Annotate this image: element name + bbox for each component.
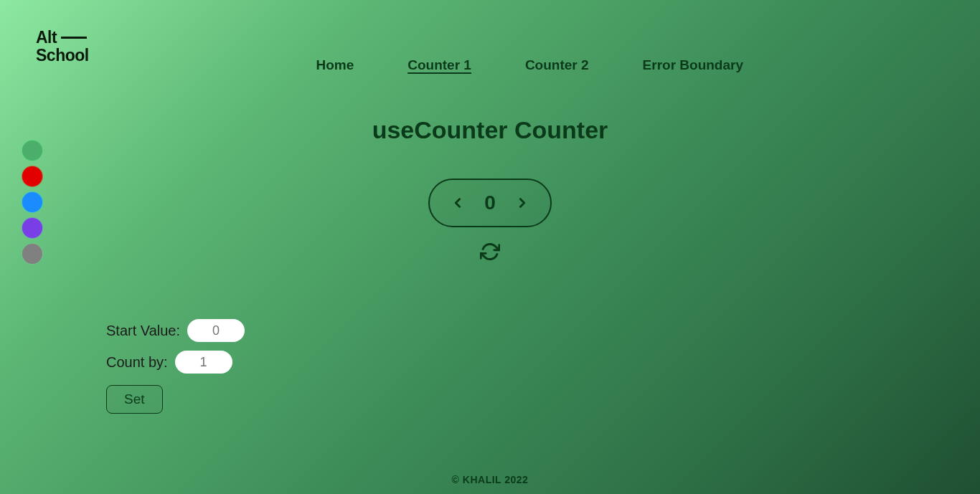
start-value-label: Start Value: [106, 323, 180, 339]
count-by-input[interactable] [175, 351, 232, 374]
logo-text-1: Alt [36, 29, 57, 47]
start-value-row: Start Value: [106, 319, 245, 342]
swatch-purple[interactable] [22, 217, 43, 239]
logo: Alt School [36, 29, 89, 65]
page-title: useCounter Counter [0, 116, 980, 144]
swatch-red[interactable] [22, 166, 43, 187]
header: Alt School Home Counter 1 Counter 2 Erro… [0, 0, 980, 73]
increment-button[interactable] [514, 193, 530, 213]
chevron-right-icon [514, 193, 530, 213]
set-button[interactable]: Set [106, 385, 163, 414]
counter-capsule: 0 [428, 179, 552, 227]
swatch-gray[interactable] [22, 243, 43, 265]
color-swatches [22, 140, 43, 265]
decrement-button[interactable] [450, 193, 466, 213]
refresh-icon [480, 242, 500, 262]
swatch-green[interactable] [22, 140, 43, 161]
chevron-left-icon [450, 193, 466, 213]
count-by-row: Count by: [106, 351, 245, 374]
nav-item-home[interactable]: Home [316, 57, 354, 73]
logo-dash-icon [61, 37, 87, 39]
main-nav: Home Counter 1 Counter 2 Error Boundary [316, 29, 743, 73]
form-section: Start Value: Count by: Set [106, 319, 245, 414]
swatch-blue[interactable] [22, 191, 43, 213]
reset-button[interactable] [480, 242, 500, 264]
counter-value: 0 [484, 191, 496, 214]
footer-copyright: © KHALIL 2022 [0, 474, 980, 485]
nav-item-counter-2[interactable]: Counter 2 [525, 57, 589, 73]
nav-item-error-boundary[interactable]: Error Boundary [643, 57, 743, 73]
nav-item-counter-1[interactable]: Counter 1 [407, 57, 471, 73]
count-by-label: Count by: [106, 354, 168, 371]
counter-container: 0 [0, 179, 980, 264]
start-value-input[interactable] [187, 319, 245, 342]
logo-text-2: School [36, 47, 89, 65]
